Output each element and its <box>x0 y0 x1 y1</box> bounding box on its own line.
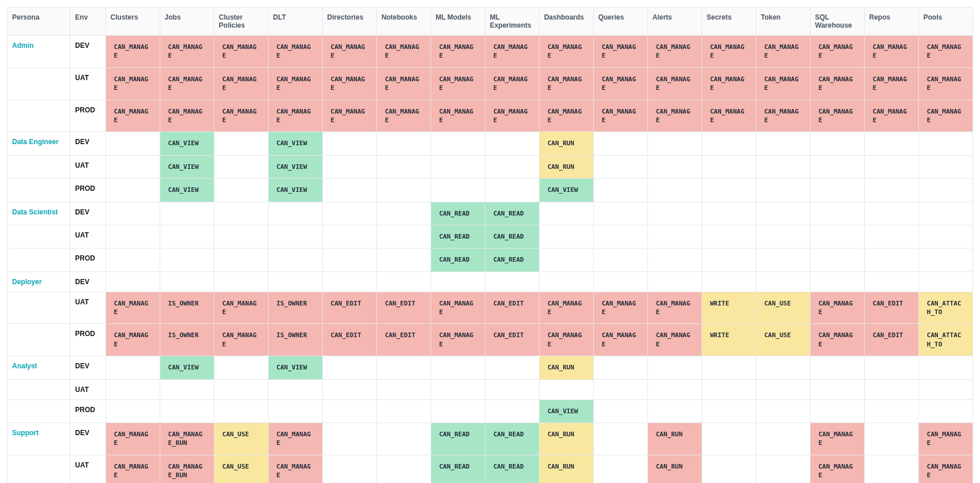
perm-pill: CAN_MANAGE <box>598 74 643 94</box>
perm-pill: CAN_RUN <box>544 461 578 472</box>
perm-pill: CAN_MANAGE <box>924 41 968 62</box>
perm-cell <box>647 132 702 155</box>
persona-cell: Support <box>7 423 70 455</box>
perm-cell <box>810 179 864 202</box>
col-jobs: Jobs <box>160 7 214 36</box>
perm-pill: CAN_VIEW <box>165 138 202 149</box>
env-cell: PROD <box>70 399 105 422</box>
perm-cell <box>918 356 973 379</box>
perm-cell: CAN_MANAGE <box>431 324 485 356</box>
perm-cell <box>756 202 810 225</box>
perm-pill: CAN_MANAGE <box>815 74 860 94</box>
perm-cell <box>322 202 376 225</box>
perm-cell: CAN_MANAGE <box>810 292 864 324</box>
perm-cell: CAN_MANAGE <box>539 292 593 324</box>
perm-cell <box>322 423 376 455</box>
perm-cell: CAN_READ <box>485 202 539 225</box>
perm-cell: CAN_MANAGE <box>918 423 973 455</box>
perm-cell: CAN_READ <box>431 202 485 225</box>
perm-cell <box>593 179 647 202</box>
perm-cell <box>214 379 268 399</box>
perm-cell <box>918 379 973 399</box>
perm-cell: CAN_MANAGE_RUN <box>160 455 214 483</box>
perm-pill: CAN_READ <box>490 254 527 265</box>
perm-pill: CAN_EDIT <box>327 298 365 309</box>
perm-cell <box>322 155 376 178</box>
perm-cell <box>593 379 647 399</box>
perm-pill: CAN_MANAGE <box>273 74 318 94</box>
perm-pill: CAN_MANAGE <box>436 74 480 94</box>
perm-cell <box>539 379 593 399</box>
perm-cell: CAN_MANAGE <box>702 100 756 132</box>
perm-cell: CAN_MANAGE <box>214 324 268 356</box>
perm-pill: WRITE <box>707 330 733 341</box>
perm-cell: CAN_MANAGE <box>322 36 376 68</box>
perm-cell: CAN_EDIT <box>322 324 376 356</box>
perm-cell <box>864 132 918 155</box>
perm-cell: CAN_MANAGE <box>756 100 810 132</box>
env-cell: UAT <box>70 67 105 100</box>
perm-cell <box>756 271 810 292</box>
perm-cell: IS_OWNER <box>268 292 322 324</box>
perm-cell <box>864 423 918 455</box>
perm-cell: CAN_RUN <box>539 155 593 178</box>
perm-pill: CAN_VIEW <box>273 138 311 149</box>
perm-cell: IS_OWNER <box>160 324 214 356</box>
perm-pill: CAN_MANAGE <box>653 106 697 126</box>
col-alerts: Alerts <box>647 7 702 36</box>
perm-cell <box>376 399 431 422</box>
perm-cell <box>864 225 918 248</box>
env-cell: UAT <box>70 225 105 248</box>
perm-pill: CAN_MANAGE <box>653 298 697 318</box>
perm-cell <box>485 179 539 202</box>
perm-cell <box>376 132 431 155</box>
perm-pill: CAN_MANAGE <box>111 74 155 94</box>
perm-cell: CAN_VIEW <box>268 179 322 202</box>
perm-pill: CAN_RUN <box>544 161 578 172</box>
persona-cell: Admin <box>7 36 70 68</box>
perm-cell: CAN_MANAGE <box>864 100 918 132</box>
perm-cell <box>647 225 702 248</box>
env-label: DEV <box>75 41 89 50</box>
perm-pill: CAN_MANAGE_RUN <box>165 429 209 449</box>
table-row: AnalystDEVCAN_VIEWCAN_VIEWCAN_RUN <box>7 356 973 379</box>
persona-cell <box>7 248 70 271</box>
env-label: UAT <box>75 298 89 306</box>
persona-cell: Data Scientist <box>7 202 70 225</box>
perm-pill: CAN_USE <box>219 429 252 440</box>
perm-cell <box>864 399 918 422</box>
perm-cell <box>756 155 810 178</box>
perm-cell: CAN_EDIT <box>485 324 539 356</box>
persona-cell: Analyst <box>7 356 70 379</box>
perm-cell: CAN_MANAGE <box>593 100 647 132</box>
perm-pill: CAN_MANAGE <box>436 298 480 318</box>
perm-pill: CAN_VIEW <box>273 184 311 195</box>
perm-pill: CAN_MANAGE <box>544 74 589 94</box>
perm-cell <box>105 179 160 202</box>
perm-cell: CAN_MANAGE <box>647 324 702 356</box>
perm-pill: CAN_MANAGE <box>815 298 860 318</box>
perm-pill: CAN_VIEW <box>273 362 311 373</box>
perm-cell <box>160 248 214 271</box>
perm-pill: CAN_MANAGE <box>219 74 263 94</box>
perm-cell <box>702 356 756 379</box>
perm-cell: CAN_MANAGE <box>268 100 322 132</box>
perm-cell: CAN_EDIT <box>864 324 918 356</box>
perm-pill: CAN_MANAGE <box>707 74 751 94</box>
perm-cell <box>539 248 593 271</box>
perm-cell: CAN_MANAGE <box>105 455 160 483</box>
perm-cell <box>105 155 160 178</box>
perm-cell: CAN_VIEW <box>160 179 214 202</box>
env-label: DEV <box>75 278 89 286</box>
perm-pill: CAN_MANAGE <box>761 41 805 62</box>
perm-cell <box>105 379 160 399</box>
perm-pill: CAN_MANAGE <box>490 106 534 126</box>
perm-cell: CAN_RUN <box>539 132 593 155</box>
perm-cell: CAN_MANAGE <box>268 423 322 455</box>
perm-cell <box>431 155 485 178</box>
perm-cell: CAN_MANAGE <box>160 100 214 132</box>
table-row: PRODCAN_MANAGEIS_OWNERCAN_MANAGEIS_OWNER… <box>7 324 973 356</box>
perm-cell: CAN_MANAGE_RUN <box>160 423 214 455</box>
perm-cell <box>593 271 647 292</box>
perm-cell <box>918 248 973 271</box>
